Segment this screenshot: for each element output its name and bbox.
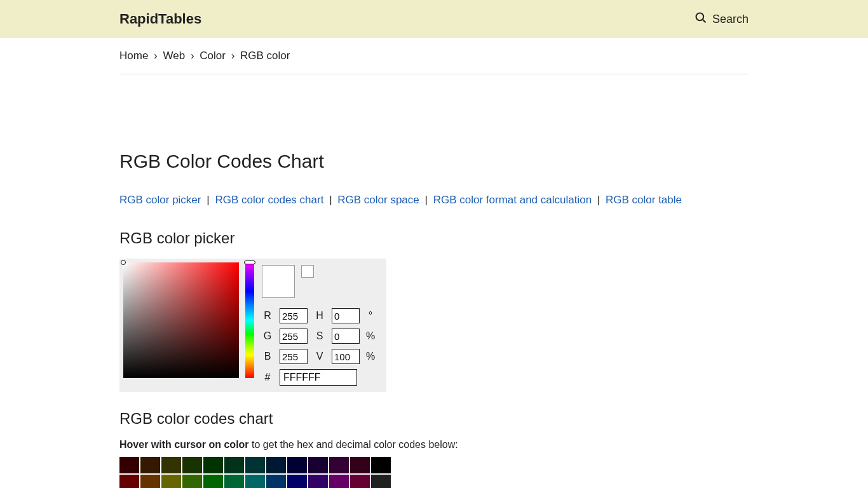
color-cell[interactable] [245, 457, 265, 473]
h-label: H [314, 310, 325, 322]
h-input[interactable] [332, 308, 360, 323]
b-label: B [262, 351, 273, 362]
color-cell[interactable] [182, 475, 202, 488]
color-cell[interactable] [287, 475, 307, 488]
saturation-value-box[interactable] [123, 262, 239, 378]
breadcrumb: Home › Web › Color › RGB color [119, 50, 749, 74]
color-cell[interactable] [140, 475, 160, 488]
section-picker-title: RGB color picker [119, 229, 749, 247]
s-input[interactable] [332, 329, 360, 344]
color-cell[interactable] [203, 457, 223, 473]
anchor-links: RGB color picker | RGB color codes chart… [119, 190, 749, 210]
anchor-format[interactable]: RGB color format and calculation [433, 194, 592, 206]
svg-point-0 [696, 13, 703, 20]
color-cell[interactable] [119, 475, 139, 488]
hover-instruction: Hover with cursor on color to get the he… [119, 439, 749, 451]
page-title: RGB Color Codes Chart [119, 151, 749, 172]
s-label: S [314, 330, 325, 342]
breadcrumb-web[interactable]: Web [163, 50, 186, 62]
color-cell[interactable] [266, 457, 286, 473]
breadcrumb-current: RGB color [240, 50, 290, 62]
color-cell[interactable] [371, 475, 391, 488]
hue-cursor-icon[interactable] [244, 261, 255, 264]
color-cell[interactable] [161, 457, 181, 473]
current-color-swatch [262, 265, 295, 298]
hex-input[interactable] [280, 369, 357, 386]
color-cell[interactable] [224, 475, 244, 488]
color-cell[interactable] [308, 457, 328, 473]
h-unit: ° [366, 310, 375, 322]
color-cell[interactable] [140, 457, 160, 473]
breadcrumb-home[interactable]: Home [119, 50, 148, 62]
anchor-chart[interactable]: RGB color codes chart [215, 194, 323, 206]
color-cell[interactable] [371, 457, 391, 473]
b-input[interactable] [280, 349, 308, 364]
color-cell[interactable] [224, 457, 244, 473]
hex-label: # [262, 372, 273, 383]
color-codes-grid [119, 457, 749, 488]
color-picker-panel: R H ° G S % B V % # [119, 259, 386, 392]
anchor-picker[interactable]: RGB color picker [119, 194, 201, 206]
svg-line-1 [702, 19, 705, 22]
previous-color-swatch [301, 265, 314, 278]
color-cell[interactable] [350, 475, 370, 488]
anchor-space[interactable]: RGB color space [337, 194, 419, 206]
color-cell[interactable] [245, 475, 265, 488]
color-cell[interactable] [119, 457, 139, 473]
color-cell[interactable] [287, 457, 307, 473]
color-cell[interactable] [182, 457, 202, 473]
section-chart-title: RGB color codes chart [119, 410, 749, 428]
hue-bar [245, 262, 254, 378]
r-label: R [262, 310, 273, 322]
hue-slider[interactable] [244, 262, 255, 378]
search-label: Search [712, 13, 749, 26]
breadcrumb-color[interactable]: Color [200, 50, 226, 62]
color-cell[interactable] [203, 475, 223, 488]
g-label: G [262, 330, 273, 342]
color-cell[interactable] [161, 475, 181, 488]
anchor-table[interactable]: RGB color table [606, 194, 682, 206]
sv-cursor-icon[interactable] [121, 260, 126, 265]
site-logo[interactable]: RapidTables [119, 11, 201, 27]
v-label: V [314, 351, 325, 362]
s-unit: % [366, 330, 375, 342]
v-unit: % [366, 351, 375, 362]
color-cell[interactable] [350, 457, 370, 473]
search-button[interactable]: Search [695, 11, 749, 27]
color-cell[interactable] [329, 475, 349, 488]
color-cell[interactable] [308, 475, 328, 488]
ad-space [119, 74, 749, 151]
color-cell[interactable] [266, 475, 286, 488]
r-input[interactable] [280, 308, 308, 323]
color-cell[interactable] [329, 457, 349, 473]
search-icon [695, 11, 707, 27]
v-input[interactable] [332, 349, 360, 364]
g-input[interactable] [280, 329, 308, 344]
